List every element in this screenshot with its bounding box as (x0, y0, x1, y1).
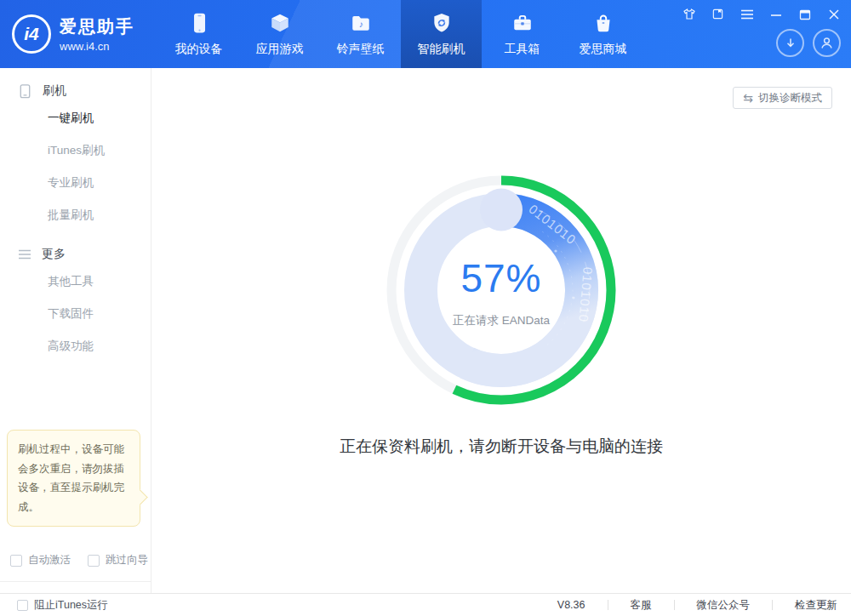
nav-label: 铃声壁纸 (337, 42, 385, 57)
shopping-bag-icon (591, 11, 615, 35)
sidebar-item-batch-flash[interactable]: 批量刷机 (0, 199, 151, 231)
phone-icon (187, 11, 211, 35)
nav-label: 工具箱 (505, 42, 540, 57)
section-title: 刷机 (43, 83, 66, 99)
wechat-official-link[interactable]: 微信公众号 (697, 598, 751, 613)
switch-diagnostic-mode-button[interactable]: ⇆ 切换诊断模式 (733, 87, 832, 109)
sidebar: 刷机 一键刷机 iTunes刷机 专业刷机 批量刷机 更多 其他工具 下载固件 … (0, 68, 151, 593)
close-icon[interactable] (826, 7, 841, 21)
sidebar-item-itunes-flash[interactable]: iTunes刷机 (0, 134, 151, 167)
divider (772, 600, 773, 610)
shield-refresh-icon (430, 11, 454, 35)
sidebar-section-flash: 刷机 (0, 80, 151, 102)
menu-lines-icon (17, 248, 32, 261)
nav-my-device[interactable]: 我的设备 (158, 0, 239, 68)
checkbox-label: 自动激活 (28, 553, 71, 568)
svg-text:♪: ♪ (358, 20, 363, 29)
flash-progress-ring: 0101010 0101010 57% 正在请求 EANData (381, 170, 621, 414)
checkbox-box[interactable] (10, 555, 22, 567)
device-icon (17, 83, 33, 100)
checkbox-box[interactable] (88, 555, 100, 567)
nav-smart-flash[interactable]: 智能刷机 (401, 0, 482, 68)
title-bar: i4 爱思助手 www.i4.cn 我的设备 应用游戏 ♪ 铃声壁纸 (0, 0, 851, 68)
cube-icon (268, 11, 292, 35)
main-nav: 我的设备 应用游戏 ♪ 铃声壁纸 智能刷机 工具箱 (158, 0, 643, 68)
main-content: ⇆ 切换诊断模式 (151, 68, 851, 593)
switch-button-label: 切换诊断模式 (758, 91, 822, 106)
auto-activate-checkbox[interactable]: 自动激活 (10, 553, 71, 568)
swap-icon: ⇆ (743, 91, 753, 105)
nav-label: 我的设备 (175, 42, 223, 57)
nav-label: 应用游戏 (256, 42, 304, 57)
nav-label: 智能刷机 (418, 42, 465, 57)
section-title: 更多 (42, 247, 66, 262)
theme-skin-icon[interactable] (682, 7, 696, 21)
status-bar: 阻止iTunes运行 V8.36 客服 微信公众号 检查更新 (0, 593, 851, 616)
customer-service-link[interactable]: 客服 (631, 598, 652, 613)
skip-setup-checkbox[interactable]: 跳过向导 (88, 553, 148, 568)
menu-icon[interactable] (740, 7, 754, 21)
account-button[interactable] (813, 29, 841, 57)
sidebar-item-advanced[interactable]: 高级功能 (0, 330, 151, 362)
download-manager-button[interactable] (776, 29, 804, 57)
nav-toolbox[interactable]: 工具箱 (482, 0, 563, 68)
divider (674, 600, 675, 610)
progress-percent: 57% (460, 255, 541, 301)
window-controls (682, 7, 841, 21)
logo-icon: i4 (12, 14, 51, 54)
toolbox-icon (511, 11, 534, 35)
progress-status: 正在请求 EANData (453, 313, 550, 328)
bookmark-icon[interactable] (711, 7, 725, 21)
sidebar-item-other-tools[interactable]: 其他工具 (0, 265, 151, 298)
checkbox-label: 阻止iTunes运行 (34, 598, 108, 613)
nav-ringtones-wallpapers[interactable]: ♪ 铃声壁纸 (320, 0, 401, 68)
block-itunes-checkbox[interactable]: 阻止iTunes运行 (17, 598, 108, 613)
divider (608, 600, 608, 610)
flash-status-message: 正在保资料刷机，请勿断开设备与电脑的连接 (151, 436, 851, 458)
nav-label: 爱思商城 (580, 42, 627, 57)
maximize-icon[interactable] (797, 7, 812, 21)
ringtone-folder-icon: ♪ (349, 11, 373, 35)
check-update-link[interactable]: 检查更新 (795, 598, 837, 613)
sidebar-item-download-firmware[interactable]: 下载固件 (0, 298, 151, 330)
checkbox-box[interactable] (17, 600, 28, 611)
flash-warning-note: 刷机过程中，设备可能会多次重启，请勿拔插设备，直至提示刷机完成。 (7, 430, 140, 527)
app-title: 爱思助手 (60, 15, 134, 38)
checkbox-label: 跳过向导 (106, 553, 148, 568)
nav-store[interactable]: 爱思商城 (563, 0, 643, 68)
minimize-icon[interactable] (768, 7, 783, 21)
version-label: V8.36 (557, 599, 585, 611)
sidebar-item-pro-flash[interactable]: 专业刷机 (0, 167, 151, 199)
nav-apps-games[interactable]: 应用游戏 (239, 0, 320, 68)
app-url: www.i4.cn (60, 40, 134, 53)
sidebar-section-more: 更多 (0, 243, 151, 265)
app-logo: i4 爱思助手 www.i4.cn (0, 0, 158, 68)
sidebar-item-one-click-flash[interactable]: 一键刷机 (0, 102, 151, 134)
